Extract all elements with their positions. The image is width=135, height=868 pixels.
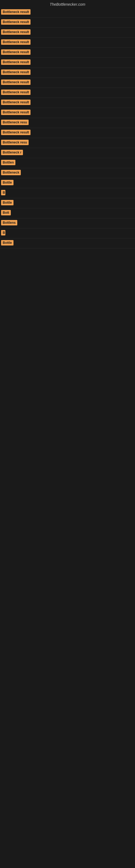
bottleneck-badge[interactable]: Bottleneck result bbox=[1, 39, 31, 45]
bottleneck-badge[interactable]: Bottleneck result bbox=[1, 80, 31, 85]
result-row: Bottleneck result bbox=[0, 68, 135, 78]
result-row: Bottleneck result bbox=[0, 28, 135, 38]
result-row: Bottleneck result bbox=[0, 88, 135, 98]
bottleneck-badge[interactable]: Bottlen bbox=[1, 160, 15, 165]
result-row: Bottleneck r bbox=[0, 148, 135, 158]
bottleneck-badge[interactable]: Bott bbox=[1, 210, 11, 215]
result-row: Bottleneck result bbox=[0, 48, 135, 58]
result-row: Bottleneck result bbox=[0, 108, 135, 118]
bottleneck-badge[interactable]: Bottleneck result bbox=[1, 99, 31, 105]
bottleneck-badge[interactable]: Bottleneck bbox=[1, 170, 21, 175]
result-row: Bottle bbox=[0, 239, 135, 248]
result-row: Bott bbox=[0, 208, 135, 218]
bottleneck-badge[interactable]: Bottlens bbox=[1, 220, 17, 225]
bottleneck-badge[interactable]: Bottleneck resu bbox=[1, 140, 29, 145]
result-row: Bottleneck result bbox=[0, 128, 135, 138]
bottleneck-badge[interactable]: Bottle bbox=[1, 200, 13, 205]
result-row: Bottleneck resu bbox=[0, 118, 135, 128]
rows-container: Bottleneck resultBottleneck resultBottle… bbox=[0, 8, 135, 248]
result-row: Bottleneck resu bbox=[0, 138, 135, 148]
result-row: Bottle bbox=[0, 178, 135, 188]
result-row: Bottleneck result bbox=[0, 58, 135, 68]
bottleneck-badge[interactable]: Bottleneck result bbox=[1, 19, 31, 25]
bottleneck-badge[interactable]: Bottle bbox=[1, 180, 13, 185]
bottleneck-badge[interactable]: Bottleneck result bbox=[1, 50, 31, 55]
bottleneck-badge[interactable]: B bbox=[1, 190, 5, 195]
result-row: Bottle bbox=[0, 198, 135, 208]
result-row: Bottleneck result bbox=[0, 8, 135, 18]
bottleneck-badge[interactable]: Bottleneck result bbox=[1, 110, 31, 115]
result-row: Bottleneck bbox=[0, 168, 135, 178]
bottleneck-badge[interactable]: Bottleneck result bbox=[1, 9, 31, 14]
bottleneck-badge[interactable]: Bottleneck result bbox=[1, 130, 31, 135]
bottleneck-badge[interactable]: Bottleneck result bbox=[1, 29, 31, 35]
bottleneck-badge[interactable]: B bbox=[1, 230, 5, 236]
result-row: Bottlen bbox=[0, 158, 135, 168]
result-row: B bbox=[0, 228, 135, 239]
result-row: Bottleneck result bbox=[0, 38, 135, 48]
bottleneck-badge[interactable]: Bottleneck r bbox=[1, 150, 23, 155]
bottleneck-badge[interactable]: Bottleneck resu bbox=[1, 120, 29, 125]
result-row: B bbox=[0, 188, 135, 198]
result-row: Bottleneck result bbox=[0, 78, 135, 88]
bottleneck-badge[interactable]: Bottleneck result bbox=[1, 90, 31, 95]
site-title-bar: TheBottlenecker.com bbox=[0, 0, 135, 8]
bottleneck-badge[interactable]: Bottleneck result bbox=[1, 69, 31, 75]
bottleneck-badge[interactable]: Bottleneck result bbox=[1, 59, 31, 65]
result-row: Bottleneck result bbox=[0, 98, 135, 108]
site-title: TheBottlenecker.com bbox=[0, 0, 135, 8]
result-row: Bottlens bbox=[0, 218, 135, 228]
result-row: Bottleneck result bbox=[0, 18, 135, 28]
bottleneck-badge[interactable]: Bottle bbox=[1, 240, 13, 246]
